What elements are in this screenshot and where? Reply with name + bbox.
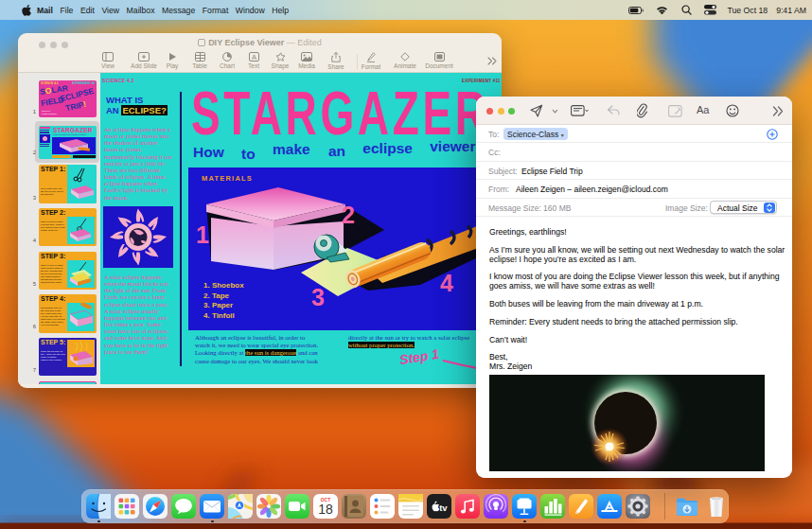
svg-text:18: 18 [318,502,333,517]
svg-text:3. Paper: 3. Paper [203,301,233,309]
svg-text:tv: tv [439,503,448,513]
svg-text:2. Tape: 2. Tape [203,291,230,300]
svg-text:4: 4 [440,270,453,296]
svg-text:3: 3 [311,284,325,310]
svg-text:1: 1 [196,221,209,248]
svg-text:1. Shoebox: 1. Shoebox [203,281,244,290]
svg-text:4. Tinfoil: 4. Tinfoil [203,311,235,320]
svg-text:STARGAZER: STARGAZER [191,84,486,139]
svg-text:2: 2 [342,202,355,228]
